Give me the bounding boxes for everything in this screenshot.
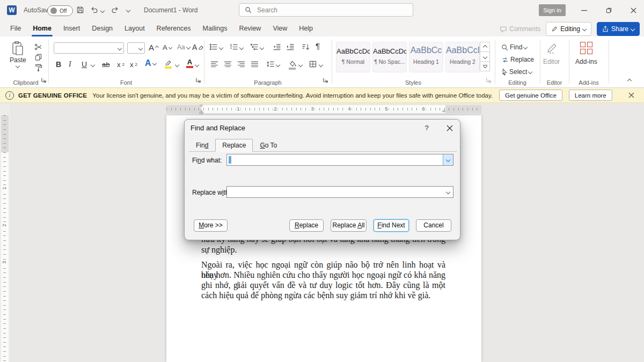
get-genuine-office-button[interactable]: Get genuine Office	[499, 90, 562, 101]
bullets-button[interactable]	[209, 43, 218, 53]
find-what-dropdown-button[interactable]	[443, 154, 453, 165]
tab-help[interactable]: Help	[293, 21, 319, 35]
comments-button[interactable]: Comments	[500, 25, 540, 33]
font-name-combo[interactable]	[54, 42, 124, 54]
decrease-indent-button[interactable]	[273, 43, 281, 53]
styles-dialog-launcher-icon[interactable]	[486, 76, 492, 85]
word-logo-icon[interactable]: W	[7, 5, 17, 15]
style-heading-2[interactable]: AaBbCcD Heading 2	[445, 42, 480, 72]
tab-insert[interactable]: Insert	[57, 21, 86, 35]
style-normal[interactable]: AaBbCcDc ¶ Normal	[336, 42, 370, 72]
banner-close-button[interactable]	[628, 91, 634, 100]
increase-indent-button[interactable]	[286, 43, 295, 53]
shrink-font-button[interactable]: A	[163, 42, 172, 53]
align-right-button[interactable]	[237, 60, 245, 70]
style-no-spacing[interactable]: AaBbCcDc ¶ No Spac...	[372, 42, 407, 72]
font-color-dropdown-icon[interactable]	[195, 63, 199, 67]
left-indent-marker[interactable]	[199, 112, 203, 114]
restore-button[interactable]	[597, 0, 620, 20]
align-center-button[interactable]	[224, 60, 232, 70]
addins-button[interactable]: Add-ins	[575, 42, 597, 73]
search-input[interactable]	[256, 6, 398, 14]
replace-button[interactable]: Replace	[289, 219, 324, 232]
font-size-combo[interactable]	[127, 42, 145, 54]
font-color-button[interactable]: A	[186, 58, 193, 68]
tab-design[interactable]: Design	[86, 21, 119, 35]
first-line-indent-marker[interactable]	[199, 105, 203, 107]
dialog-tab-goto[interactable]: Go To	[253, 139, 284, 152]
close-button[interactable]	[621, 0, 644, 20]
styles-scroll-down-button[interactable]	[480, 51, 490, 62]
highlight-dropdown-icon[interactable]	[175, 63, 179, 67]
minimize-button[interactable]	[572, 0, 596, 20]
tab-review[interactable]: Review	[233, 21, 267, 35]
undo-icon[interactable]	[90, 6, 99, 16]
tab-mailings[interactable]: Mailings	[197, 21, 233, 35]
line-spacing-dropdown-icon[interactable]	[276, 63, 280, 67]
superscript-button[interactable]: x2	[130, 59, 137, 70]
undo-dropdown-icon[interactable]	[100, 9, 105, 13]
collapse-ribbon-icon[interactable]	[627, 79, 632, 83]
tab-file[interactable]: File	[4, 21, 27, 35]
line-spacing-button[interactable]	[266, 60, 275, 70]
shading-dropdown-icon[interactable]	[298, 63, 303, 67]
change-case-button[interactable]: Aa	[177, 42, 190, 53]
numbering-dropdown-icon[interactable]	[239, 46, 244, 50]
paste-button[interactable]: Paste	[10, 41, 26, 74]
editor-button[interactable]: Editor	[543, 42, 560, 73]
font-dialog-launcher-icon[interactable]	[195, 76, 201, 85]
replace-button[interactable]: Replace	[501, 54, 534, 65]
editing-mode-button[interactable]: Editing	[546, 22, 591, 36]
grow-font-button[interactable]: A	[149, 42, 158, 53]
horizontal-ruler[interactable]: 1 2 3 4 5 6	[166, 105, 481, 113]
styles-scroll-up-button[interactable]	[480, 42, 490, 52]
sign-in-button[interactable]: Sign in	[539, 4, 566, 16]
dialog-tab-find[interactable]: Find	[189, 139, 215, 152]
italic-button[interactable]: I	[69, 59, 71, 70]
subscript-button[interactable]: x2	[117, 59, 125, 70]
copy-icon[interactable]	[34, 53, 42, 63]
cut-icon[interactable]	[34, 43, 42, 53]
learn-more-button[interactable]: Learn more	[569, 90, 612, 101]
borders-button[interactable]	[309, 60, 317, 70]
find-next-button[interactable]: Find Next	[374, 219, 409, 232]
borders-dropdown-icon[interactable]	[319, 63, 323, 67]
paragraph-dialog-launcher-icon[interactable]	[323, 76, 328, 85]
underline-button[interactable]: U	[82, 59, 87, 70]
right-indent-marker[interactable]	[442, 109, 446, 112]
strikethrough-button[interactable]: ab	[102, 59, 109, 70]
more-button[interactable]: More >>	[194, 219, 228, 232]
styles-gallery-more-button[interactable]	[480, 61, 490, 71]
find-button[interactable]: Find	[501, 42, 527, 53]
sort-button[interactable]	[302, 43, 310, 53]
align-left-button[interactable]	[210, 60, 218, 70]
search-box[interactable]	[239, 3, 413, 17]
replace-with-dropdown-button[interactable]	[443, 187, 453, 197]
multilevel-dropdown-icon[interactable]	[260, 46, 264, 50]
save-icon[interactable]	[76, 6, 84, 16]
cancel-button[interactable]: Cancel	[416, 219, 451, 232]
highlight-color-button[interactable]	[165, 58, 173, 69]
justify-button[interactable]	[251, 60, 259, 70]
tab-view[interactable]: View	[267, 21, 293, 35]
replace-all-button[interactable]: Replace All	[331, 219, 367, 232]
redo-icon[interactable]	[111, 6, 119, 16]
tab-references[interactable]: References	[151, 21, 197, 35]
tab-layout[interactable]: Layout	[119, 21, 151, 35]
style-heading-1[interactable]: AaBbCc Heading 1	[409, 42, 443, 72]
dialog-tab-replace[interactable]: Replace	[215, 139, 253, 152]
customize-quick-access-icon[interactable]	[126, 8, 130, 12]
autosave-toggle[interactable]: Off	[47, 5, 73, 16]
replace-with-combo[interactable]	[226, 186, 453, 198]
show-paragraph-marks-button[interactable]: ¶	[316, 41, 320, 50]
find-what-combo[interactable]	[226, 154, 453, 166]
tab-home[interactable]: Home	[27, 21, 57, 35]
clipboard-dialog-launcher-icon[interactable]	[41, 76, 47, 85]
select-button[interactable]: Select	[501, 67, 532, 77]
vertical-ruler[interactable]: 1 2 3	[0, 104, 10, 362]
bold-button[interactable]: B	[56, 59, 61, 70]
format-painter-icon[interactable]	[34, 63, 42, 73]
dialog-close-button[interactable]	[444, 122, 456, 134]
text-effects-button[interactable]: A	[145, 58, 156, 69]
numbering-button[interactable]	[230, 43, 238, 53]
